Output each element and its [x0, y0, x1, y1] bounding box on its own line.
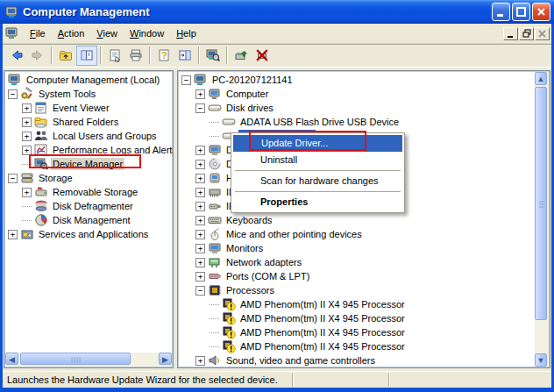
up-one-level-button[interactable]: [55, 46, 76, 66]
cpu-warning-icon: [222, 297, 236, 311]
expand-icon[interactable]: +: [195, 244, 205, 253]
mdi-minimize-button[interactable]: [503, 27, 518, 40]
tree-item-label: Device Manager: [51, 158, 124, 170]
expand-icon[interactable]: +: [195, 272, 205, 282]
expand-icon[interactable]: +: [195, 146, 205, 155]
collapse-icon[interactable]: −: [195, 286, 205, 296]
show-console-tree-button[interactable]: [76, 46, 97, 66]
menu-file[interactable]: File: [24, 25, 52, 41]
expand-icon[interactable]: +: [22, 188, 32, 197]
scroll-right-button[interactable]: ▶: [159, 353, 172, 365]
uninstall-device-button[interactable]: [252, 46, 273, 66]
tree-item-network-adapters[interactable]: +Network adapters: [195, 255, 303, 269]
tree-item-performance-logs-and-alerts[interactable]: +Performance Logs and Alerts: [22, 143, 174, 157]
update-driver-button[interactable]: [231, 46, 252, 66]
expand-icon[interactable]: +: [195, 202, 205, 211]
tree-item-event-viewer[interactable]: +Event Viewer: [22, 101, 111, 115]
context-menu-item-update-driver[interactable]: Update Driver...: [233, 135, 402, 152]
tree-item-removable-storage[interactable]: +Removable Storage: [22, 185, 139, 199]
mdi-close-button[interactable]: [535, 27, 550, 40]
expand-icon[interactable]: +: [22, 146, 32, 155]
help-doc-icon: ?: [157, 48, 171, 62]
tree-item-computer[interactable]: +Computer: [195, 87, 270, 101]
expand-icon[interactable]: +: [195, 89, 205, 99]
context-menu-item-uninstall[interactable]: Uninstall: [232, 152, 403, 168]
menu-window[interactable]: Window: [124, 25, 170, 41]
title-bar[interactable]: Computer Management: [0, 0, 554, 24]
expand-icon[interactable]: +: [195, 356, 205, 366]
ide-icon: [208, 185, 222, 199]
scroll-up-button[interactable]: ▲: [535, 72, 547, 85]
collapse-icon[interactable]: −: [195, 103, 205, 113]
expand-icon[interactable]: +: [22, 118, 32, 127]
expand-icon[interactable]: +: [8, 230, 18, 239]
horizontal-scroll-thumb[interactable]: [20, 353, 131, 365]
collapse-icon[interactable]: −: [181, 75, 191, 85]
hardware-update-icon: [234, 48, 248, 62]
forward-button[interactable]: [27, 46, 48, 66]
show-action-pane-button[interactable]: [174, 46, 195, 66]
close-button[interactable]: [532, 3, 550, 21]
maximize-button[interactable]: [512, 3, 530, 21]
print-button[interactable]: [125, 46, 146, 66]
tree-item-mice-and-other-pointing-devices[interactable]: +Mice and other pointing devices: [195, 227, 364, 241]
vertical-scrollbar[interactable]: ▲ ▼: [535, 72, 549, 367]
tree-item-computer-management-local[interactable]: Computer Management (Local): [8, 73, 161, 87]
tree-item-adata-usb-flash-drive-usb-device[interactable]: ADATA USB Flash Drive USB Device: [210, 115, 401, 129]
scroll-left-button[interactable]: ◀: [5, 353, 18, 365]
mdi-restore-button[interactable]: [519, 27, 534, 40]
tree-item-amd-phenom-tm-ii-x4-945-processor[interactable]: AMD Phenom(tm) II X4 945 Processor: [210, 339, 407, 353]
context-menu-item-scan-for-hardware-changes[interactable]: Scan for hardware changes: [232, 173, 403, 189]
tree-item-local-users-and-groups[interactable]: +Local Users and Groups: [22, 129, 159, 143]
scan-hardware-changes-button[interactable]: [202, 46, 224, 66]
tree-item-amd-phenom-tm-ii-x4-945-processor[interactable]: AMD Phenom(tm) II X4 945 Processor: [210, 311, 407, 325]
mouse-icon: [208, 227, 222, 241]
ports-icon: [208, 269, 222, 283]
tree-item-storage[interactable]: −Storage: [8, 171, 75, 185]
help-button[interactable]: ?: [153, 46, 174, 66]
back-button[interactable]: [6, 46, 27, 66]
menu-help[interactable]: Help: [170, 25, 202, 41]
expand-icon[interactable]: +: [195, 160, 205, 169]
device-remove-icon: [255, 48, 269, 62]
tree-item-system-tools[interactable]: −System Tools: [8, 87, 97, 101]
context-menu-item-properties[interactable]: Properties: [232, 194, 403, 210]
tree-item-disk-drives[interactable]: −Disk drives: [195, 101, 275, 115]
expand-icon[interactable]: +: [22, 132, 32, 141]
tree-item-amd-phenom-tm-ii-x4-945-processor[interactable]: AMD Phenom(tm) II X4 945 Processor: [210, 297, 407, 311]
tree-item-device-manager[interactable]: Device Manager: [22, 157, 124, 171]
tree-item-pc-201207121141[interactable]: −PC-201207121141: [181, 73, 295, 87]
tree-item-ports-com-lpt[interactable]: +Ports (COM & LPT): [195, 269, 311, 283]
folder-up-icon: [59, 48, 73, 62]
expand-icon[interactable]: +: [195, 174, 205, 183]
menu-separator: [235, 170, 401, 171]
tree-item-label: System Tools: [37, 88, 97, 100]
tree-connector: [210, 136, 219, 137]
tree-item-label: Processors: [224, 284, 276, 296]
expand-icon[interactable]: +: [22, 103, 32, 113]
tree-item-sound-video-and-game-controllers[interactable]: +Sound, video and game controllers: [195, 353, 377, 367]
tree-item-amd-phenom-tm-ii-x4-945-processor[interactable]: AMD Phenom(tm) II X4 945 Processor: [210, 325, 407, 339]
horizontal-scrollbar[interactable]: ◀ ▶: [5, 353, 172, 367]
properties-button[interactable]: [104, 46, 125, 66]
collapse-icon[interactable]: −: [8, 89, 18, 99]
expand-icon[interactable]: +: [195, 258, 205, 267]
tree-item-disk-management[interactable]: Disk Management: [22, 213, 132, 227]
expand-icon[interactable]: +: [195, 216, 205, 225]
tree-item-shared-folders[interactable]: +Shared Folders: [22, 115, 120, 129]
menu-action[interactable]: Action: [52, 25, 91, 41]
expand-icon[interactable]: +: [195, 230, 205, 239]
menu-separator: [235, 191, 401, 192]
tree-item-processors[interactable]: −Processors: [195, 283, 276, 297]
tree-item-services-and-applications[interactable]: +Services and Applications: [8, 227, 150, 241]
tree-item-monitors[interactable]: +Monitors: [195, 241, 265, 255]
tree-item-label: Computer: [224, 88, 270, 100]
minimize-button[interactable]: [492, 3, 510, 21]
tree-item-keyboards[interactable]: +Keyboards: [195, 213, 274, 227]
vertical-scroll-thumb[interactable]: [535, 87, 547, 320]
tree-item-disk-defragmenter[interactable]: Disk Defragmenter: [22, 199, 135, 213]
collapse-icon[interactable]: −: [8, 174, 18, 183]
menu-view[interactable]: View: [90, 25, 124, 41]
scroll-down-button[interactable]: ▼: [535, 353, 547, 367]
expand-icon[interactable]: +: [195, 188, 205, 197]
